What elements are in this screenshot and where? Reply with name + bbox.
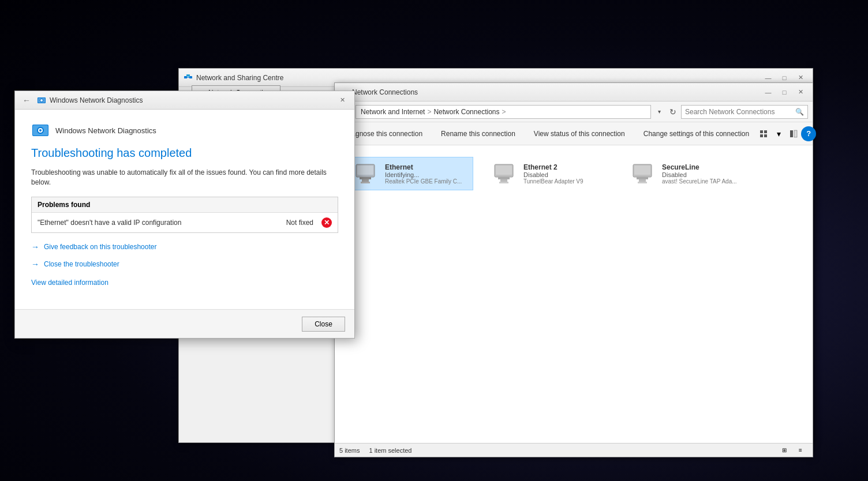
svg-rect-25 <box>499 182 508 183</box>
nc-statusbar: 5 items 1 item selected ⊞ ≡ <box>335 443 813 457</box>
breadcrumb-network-internet[interactable]: Network and Internet <box>361 108 425 116</box>
ethernet2-icon <box>490 162 518 185</box>
troubleshooter-dialog: ← Windows Network Diagnostics ✕ Windows … <box>14 91 355 339</box>
breadcrumb-sep1: > <box>427 108 431 116</box>
rename-connection-button[interactable]: Rename this connection <box>435 125 521 143</box>
problem-text-0: "Ethernet" doesn't have a valid IP confi… <box>38 219 282 227</box>
network-sharing-maximize[interactable]: □ <box>777 72 792 84</box>
ethernet-status: Identifying... <box>385 171 468 178</box>
breadcrumb-sep2: > <box>502 108 506 116</box>
statusbar-view-list[interactable]: ≡ <box>793 443 808 458</box>
adapter-ethernet[interactable]: Ethernet Identifying... Realtek PCIe GBE… <box>346 157 473 190</box>
refresh-button[interactable]: ↻ <box>667 106 679 118</box>
close-troubleshooter-link[interactable]: → Close the troubleshooter <box>31 260 338 269</box>
svg-rect-19 <box>362 179 369 182</box>
ethernet-description: Realtek PCIe GBE Family C... <box>385 178 468 185</box>
change-settings-button[interactable]: Change settings of this connection <box>638 125 755 143</box>
svg-rect-23 <box>498 177 510 179</box>
network-sharing-minimize[interactable]: — <box>761 72 776 84</box>
dialog-subtitle: Windows Network Diagnostics <box>55 126 156 135</box>
view-toggle-group: ▾ ? <box>756 126 816 141</box>
statusbar-view-grid[interactable]: ⊞ <box>777 443 792 458</box>
svg-rect-11 <box>764 130 767 133</box>
svg-rect-13 <box>764 134 767 137</box>
nc-minimize[interactable]: — <box>761 87 776 98</box>
svg-rect-14 <box>790 130 793 137</box>
ethernet2-info: Ethernet 2 Disabled TunnelBear Adapter V… <box>523 163 607 185</box>
breadcrumb-network-connections[interactable]: Network Connections <box>433 108 499 116</box>
dialog-back-button[interactable]: ← <box>20 93 33 107</box>
error-icon-0: ✕ <box>321 217 332 228</box>
dialog-footer: Close <box>15 309 354 338</box>
ethernet-icon <box>351 162 379 185</box>
statusbar-view-buttons: ⊞ ≡ <box>777 443 808 458</box>
selected-count: 1 item selected <box>369 447 411 454</box>
view-details-link[interactable]: View detailed information <box>31 279 108 287</box>
nc-toolbar: Diagnose this connection Rename this con… <box>335 122 813 145</box>
ethernet-name: Ethernet <box>385 163 468 171</box>
nc-content-area: Ethernet Identifying... Realtek PCIe GBE… <box>335 145 813 202</box>
secureline-info: SecureLine Disabled avast! SecureLine TA… <box>662 163 745 185</box>
network-connections-window: Network Connections — □ ✕ ← Network and … <box>334 82 813 457</box>
svg-rect-24 <box>500 179 507 182</box>
search-input[interactable] <box>685 108 795 116</box>
search-box: 🔍 <box>681 105 808 119</box>
dialog-close-x[interactable]: ✕ <box>335 95 350 106</box>
svg-rect-3 <box>186 74 190 77</box>
secureline-status: Disabled <box>662 171 745 178</box>
secureline-icon <box>628 162 656 185</box>
nc-close[interactable]: ✕ <box>793 87 808 98</box>
svg-point-34 <box>40 99 43 102</box>
feedback-link[interactable]: → Give feedback on this troubleshooter <box>31 242 338 251</box>
nc-maximize[interactable]: □ <box>777 87 792 98</box>
troubleshoot-description: Troubleshooting was unable to automatica… <box>31 168 338 187</box>
svg-rect-15 <box>794 130 797 137</box>
nc-window-controls: — □ ✕ <box>761 87 808 98</box>
svg-point-39 <box>39 129 42 131</box>
svg-rect-10 <box>760 130 763 133</box>
item-count: 5 items <box>339 447 360 454</box>
svg-rect-28 <box>637 177 648 179</box>
svg-rect-2 <box>187 77 190 78</box>
svg-rect-22 <box>496 166 512 175</box>
nc-addressbar: ← Network and Internet > Network Connect… <box>335 102 813 122</box>
view-status-button[interactable]: View status of this connection <box>528 125 631 143</box>
dialog-close-button[interactable]: Close <box>302 317 345 332</box>
nc-window-title: Network Connections <box>352 88 757 96</box>
svg-rect-18 <box>360 177 371 179</box>
ethernet2-status: Disabled <box>523 171 607 178</box>
problems-header: Problems found <box>32 197 338 213</box>
close-troubleshooter-link-text[interactable]: Close the troubleshooter <box>44 260 119 268</box>
address-chevron-down[interactable]: ▾ <box>653 106 665 118</box>
network-sharing-close[interactable]: ✕ <box>793 72 808 84</box>
view-toggle-grid[interactable] <box>756 126 771 141</box>
problems-box: Problems found "Ethernet" doesn't have a… <box>31 197 338 233</box>
dialog-header-area: Windows Network Diagnostics <box>15 121 354 140</box>
ethernet-info: Ethernet Identifying... Realtek PCIe GBE… <box>385 163 468 185</box>
feedback-arrow: → <box>31 242 39 251</box>
network-sharing-controls: — □ ✕ <box>761 72 808 84</box>
nc-titlebar: Network Connections — □ ✕ <box>335 83 813 102</box>
adapter-secureline[interactable]: SecureLine Disabled avast! SecureLine TA… <box>623 157 750 190</box>
search-icon: 🔍 <box>795 108 804 116</box>
view-pane-button[interactable] <box>786 126 801 141</box>
problem-status-0: Not fixed <box>286 219 313 227</box>
feedback-link-text[interactable]: Give feedback on this troubleshooter <box>44 243 156 251</box>
adapter-ethernet2[interactable]: Ethernet 2 Disabled TunnelBear Adapter V… <box>485 157 612 190</box>
diagnostics-header-icon <box>31 121 50 140</box>
svg-rect-12 <box>760 134 763 137</box>
help-button[interactable]: ? <box>801 126 816 141</box>
breadcrumb: Network and Internet > Network Connectio… <box>356 105 651 119</box>
ethernet2-name: Ethernet 2 <box>523 163 607 171</box>
view-dropdown-button[interactable]: ▾ <box>771 126 786 141</box>
problem-row-0: "Ethernet" doesn't have a valid IP confi… <box>32 213 338 232</box>
svg-rect-17 <box>357 166 373 175</box>
troubleshoot-heading: Troubleshooting has completed <box>31 146 338 160</box>
ethernet2-description: TunnelBear Adapter V9 <box>523 178 607 185</box>
network-sharing-title: Network and Sharing Centre <box>196 74 757 82</box>
svg-rect-20 <box>361 182 370 183</box>
windows-diagnostics-icon <box>37 96 46 105</box>
network-sharing-icon <box>184 73 193 82</box>
dialog-titlebar: ← Windows Network Diagnostics ✕ <box>15 91 354 110</box>
dialog-title: Windows Network Diagnostics <box>50 96 331 104</box>
